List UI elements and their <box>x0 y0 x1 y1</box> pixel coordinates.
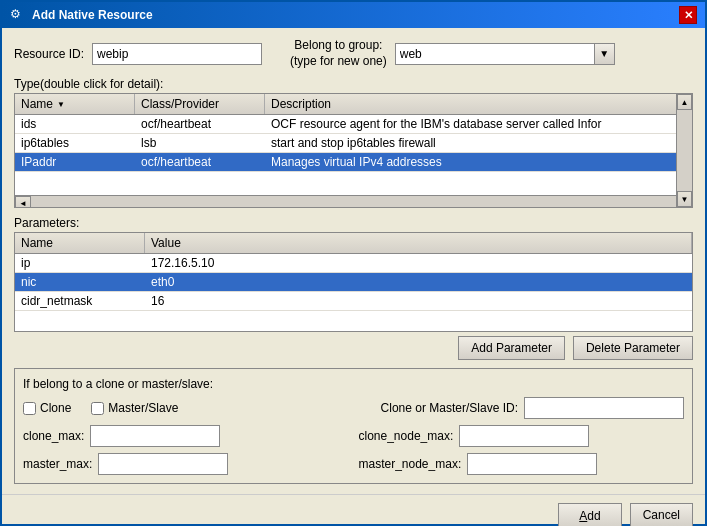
type-row-1-class: lsb <box>135 134 265 152</box>
param-col-name[interactable]: Name <box>15 233 145 253</box>
params-header: Name Value <box>15 233 692 254</box>
scroll-track <box>677 110 692 191</box>
table-row[interactable]: ids ocf/heartbeat OCF resource agent for… <box>15 115 692 134</box>
group-combo: ▼ <box>395 43 615 65</box>
master-node-max-row: master_node_max: <box>359 453 685 475</box>
param-row[interactable]: cidr_netmask 16 <box>15 292 692 311</box>
parameters-table: Name Value ip 172.16.5.10 nic eth0 <box>14 232 693 332</box>
type-row-2-class: ocf/heartbeat <box>135 153 265 171</box>
scroll-down-button[interactable]: ▼ <box>677 191 692 207</box>
clone-node-max-row: clone_node_max: <box>359 425 685 447</box>
close-button[interactable]: ✕ <box>679 6 697 24</box>
group-input[interactable] <box>395 43 595 65</box>
table-row[interactable]: ip6tables lsb start and stop ip6tables f… <box>15 134 692 153</box>
clone-id-input[interactable] <box>524 397 684 419</box>
type-col-desc[interactable]: Description <box>265 94 692 114</box>
clone-fields-grid: clone_max: clone_node_max: master_max: m… <box>23 425 684 475</box>
type-table-header: Name ▼ Class/Provider Description <box>15 94 692 115</box>
param-row[interactable]: ip 172.16.5.10 <box>15 254 692 273</box>
clone-max-label: clone_max: <box>23 429 84 443</box>
type-section: Type(double click for detail): Name ▼ Cl… <box>14 77 693 208</box>
hscroll-track <box>31 196 676 208</box>
type-row-2-name: IPaddr <box>15 153 135 171</box>
scroll-up-button[interactable]: ▲ <box>677 94 692 110</box>
master-max-row: master_max: <box>23 453 349 475</box>
type-row-0-name: ids <box>15 115 135 133</box>
title-bar: ⚙ Add Native Resource ✕ <box>2 2 705 28</box>
clone-id-label: Clone or Master/Slave ID: <box>381 401 518 415</box>
type-col-class[interactable]: Class/Provider <box>135 94 265 114</box>
delete-parameter-button[interactable]: Delete Parameter <box>573 336 693 360</box>
master-slave-checkbox[interactable] <box>91 402 104 415</box>
clone-max-row: clone_max: <box>23 425 349 447</box>
clone-section: If belong to a clone or master/slave: Cl… <box>14 368 693 484</box>
cancel-button[interactable]: Cancel <box>630 503 693 526</box>
dialog-icon: ⚙ <box>10 7 26 23</box>
master-node-max-input[interactable] <box>467 453 597 475</box>
master-slave-checkbox-label[interactable]: Master/Slave <box>91 401 178 415</box>
table-row[interactable]: IPaddr ocf/heartbeat Manages virtual IPv… <box>15 153 692 172</box>
param-row-2-name: cidr_netmask <box>15 292 145 310</box>
add-native-resource-dialog: ⚙ Add Native Resource ✕ Resource ID: Bel… <box>0 0 707 526</box>
resource-id-label: Resource ID: <box>14 47 84 61</box>
params-body: ip 172.16.5.10 nic eth0 cidr_netmask 16 <box>15 254 692 324</box>
scroll-left-button[interactable]: ◄ <box>15 196 31 208</box>
clone-checkbox[interactable] <box>23 402 36 415</box>
param-row[interactable]: nic eth0 <box>15 273 692 292</box>
type-row-1-name: ip6tables <box>15 134 135 152</box>
group-label: Belong to group: (type for new one) <box>290 38 387 69</box>
type-section-label: Type(double click for detail): <box>14 77 693 91</box>
clone-node-max-input[interactable] <box>459 425 589 447</box>
type-col-name[interactable]: Name ▼ <box>15 94 135 114</box>
horizontal-scrollbar[interactable]: ◄ ► <box>15 195 692 208</box>
param-row-0-value: 172.16.5.10 <box>145 254 692 272</box>
param-row-2-value: 16 <box>145 292 692 310</box>
dialog-title: Add Native Resource <box>32 8 153 22</box>
master-max-input[interactable] <box>98 453 228 475</box>
master-max-label: master_max: <box>23 457 92 471</box>
param-row-0-name: ip <box>15 254 145 272</box>
resource-id-row: Resource ID: Belong to group: (type for … <box>14 38 693 69</box>
param-row-1-name: nic <box>15 273 145 291</box>
sort-arrow-name: ▼ <box>57 100 65 109</box>
param-row-1-value: eth0 <box>145 273 692 291</box>
resource-id-input[interactable] <box>92 43 262 65</box>
vertical-scrollbar[interactable]: ▲ ▼ <box>676 94 692 207</box>
parameter-buttons: Add Parameter Delete Parameter <box>14 336 693 360</box>
master-node-max-label: master_node_max: <box>359 457 462 471</box>
param-col-value[interactable]: Value <box>145 233 692 253</box>
type-row-2-desc: Manages virtual IPv4 addresses <box>265 153 692 171</box>
clone-id-row: Clone or Master/Slave ID: <box>381 397 684 419</box>
title-bar-left: ⚙ Add Native Resource <box>10 7 153 23</box>
bottom-buttons: Add Cancel <box>2 494 705 526</box>
add-button[interactable]: Add <box>558 503 621 526</box>
clone-max-input[interactable] <box>90 425 220 447</box>
dialog-content: Resource ID: Belong to group: (type for … <box>2 28 705 494</box>
type-row-0-class: ocf/heartbeat <box>135 115 265 133</box>
type-row-1-desc: start and stop ip6tables firewall <box>265 134 692 152</box>
parameters-label: Parameters: <box>14 216 693 230</box>
type-table-body: ids ocf/heartbeat OCF resource agent for… <box>15 115 692 195</box>
clone-node-max-label: clone_node_max: <box>359 429 454 443</box>
clone-checkbox-label[interactable]: Clone <box>23 401 71 415</box>
clone-section-title: If belong to a clone or master/slave: <box>23 377 684 391</box>
type-row-0-desc: OCF resource agent for the IBM's databas… <box>265 115 692 133</box>
type-table: Name ▼ Class/Provider Description ids oc… <box>14 93 693 208</box>
parameters-section: Parameters: Name Value ip 172.16.5.10 <box>14 216 693 360</box>
add-parameter-button[interactable]: Add Parameter <box>458 336 565 360</box>
group-dropdown-button[interactable]: ▼ <box>595 43 615 65</box>
